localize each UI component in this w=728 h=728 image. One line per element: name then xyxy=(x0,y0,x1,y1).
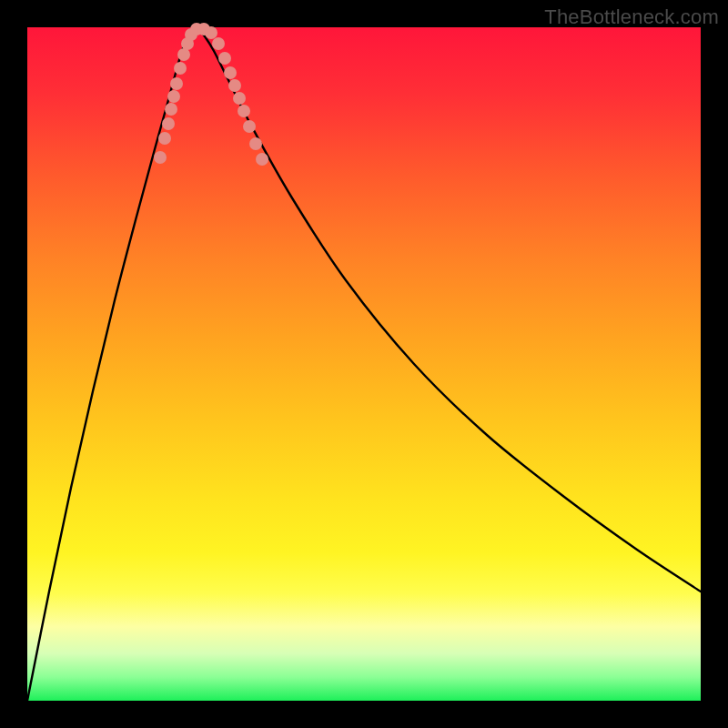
curve-layer xyxy=(27,29,701,701)
bead-marker xyxy=(212,37,225,50)
bead-marker xyxy=(218,52,231,65)
bead-marker xyxy=(238,105,250,117)
bead-marker xyxy=(205,26,217,39)
bead-marker xyxy=(233,92,246,105)
chart-frame: TheBottleneck.com xyxy=(0,0,728,728)
bead-marker xyxy=(167,90,180,103)
bead-marker xyxy=(228,79,241,92)
watermark-label: TheBottleneck.com xyxy=(544,5,719,29)
bead-marker xyxy=(243,120,256,133)
bead-marker xyxy=(177,48,190,61)
bead-marker xyxy=(162,117,175,130)
curve-right-branch xyxy=(198,29,701,592)
bead-marker xyxy=(154,151,167,164)
chart-svg xyxy=(27,27,701,701)
bead-marker xyxy=(256,153,268,166)
chart-plot-area xyxy=(27,27,701,701)
bead-marker xyxy=(165,103,177,116)
bead-marker xyxy=(249,137,262,150)
bead-marker xyxy=(224,66,237,79)
bead-marker xyxy=(174,62,187,75)
bead-marker xyxy=(158,132,171,145)
bead-marker xyxy=(170,77,183,90)
